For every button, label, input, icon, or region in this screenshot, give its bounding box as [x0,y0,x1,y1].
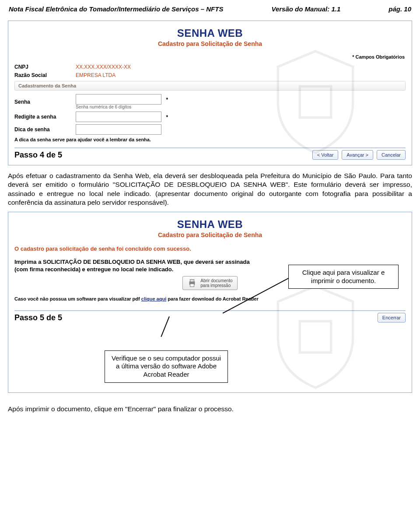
cancelar-button[interactable]: Cancelar [377,150,406,160]
pdf-note-pre: Caso você não possua um software para vi… [14,296,141,301]
step-indicator: Passo 4 de 5 [14,150,62,160]
section-divider [14,310,406,311]
print-button-line2: para impressão [200,283,231,288]
redigite-senha-label: Redigite a senha [14,114,76,120]
razao-social-label: Razão Social [14,72,76,78]
voltar-button[interactable]: < Voltar [312,150,339,160]
callout-click-to-print: Clique aqui para visualizar e imprimir o… [288,265,399,289]
required-fields-note: * Campos Obrigatórios [14,54,405,60]
panel-subtitle: Cadastro para Solicitação de Senha [14,40,406,47]
doc-header: Nota Fiscal Eletrônica do Tomador/Interm… [8,4,412,16]
footer-instruction: Após imprimir o documento, clique em "En… [8,405,412,413]
redigite-senha-input[interactable] [76,112,161,122]
callout-check-acrobat: Verifique se o seu computador possui a ú… [105,350,228,383]
step-indicator: Passo 5 de 5 [14,313,62,322]
senha-input[interactable] [76,94,161,105]
senha-required-asterisk: * [166,97,168,103]
doc-header-left: Nota Fiscal Eletrônica do Tomador/Interm… [9,5,223,13]
pdf-reader-note: Caso você não possua um software para vi… [14,296,406,301]
svg-rect-1 [190,280,194,282]
wizard-nav-row: Passo 4 de 5 < Voltar Avançar > Cancelar [14,150,406,160]
dica-senha-help: A dica da senha serve para ajudar você a… [14,137,406,142]
senha-hint: Senha numérica de 6 dígitos [76,105,168,109]
encerrar-button[interactable]: Encerrar [378,313,406,322]
doc-header-center: Versão do Manual: 1.1 [271,5,340,13]
print-instruction: Imprima a SOLICITAÇÃO DE DESBLOQUEIO DA … [14,258,259,273]
svg-rect-2 [190,284,194,287]
redigite-required-asterisk: * [166,114,168,120]
razao-social-value: EMPRESA LTDA [76,72,116,78]
print-button-line1: Abrir documento [200,278,232,283]
doc-header-right: pág. 10 [388,5,411,13]
panel-subtitle: Cadastro para Solicitação de Senha [14,231,406,238]
panel-title: SENHA WEB [14,27,406,39]
senha-label: Senha [14,99,76,105]
avancar-button[interactable]: Avançar > [342,150,373,160]
dica-senha-label: Dica de senha [14,126,76,133]
cnpj-label: CNPJ [14,64,76,70]
success-message: O cadastro para solicitação de senha foi… [14,245,406,252]
section-divider [14,147,406,148]
senha-web-panel-step5: Clique aqui para visualizar e imprimir o… [8,212,412,393]
download-acrobat-link[interactable]: clique aqui [141,296,166,301]
instruction-paragraph-1: Após efetuar o cadastramento da Senha We… [8,172,412,207]
dica-senha-input[interactable] [76,124,161,135]
abrir-documento-impressao-button[interactable]: Abrir documento para impressão [182,276,237,290]
cnpj-value: XX.XXX.XXX/XXXX-XX [76,64,131,70]
panel-title: SENHA WEB [14,218,406,231]
group-cadastramento-senha: Cadastramento da Senha [14,81,406,91]
senha-web-panel-step4: SENHA WEB Cadastro para Solicitação de S… [8,21,412,165]
printer-icon [187,278,197,288]
